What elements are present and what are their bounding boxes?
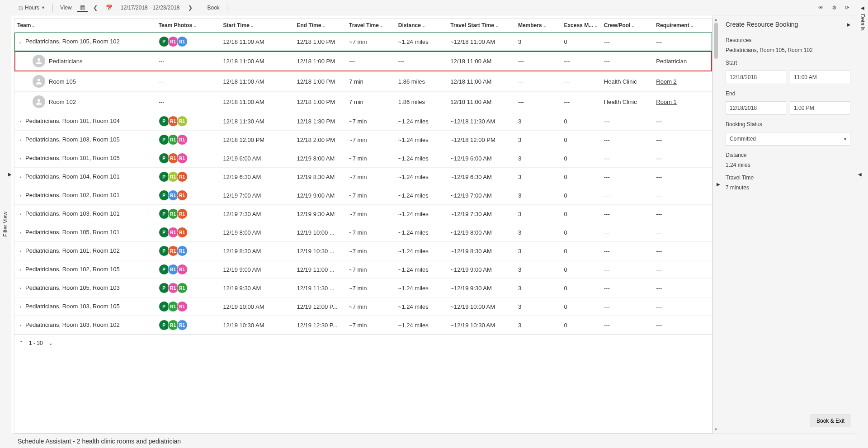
refresh-icon[interactable]: ⟳ xyxy=(842,4,852,12)
col-team[interactable]: Team⌄ xyxy=(14,19,156,33)
cell: 12/18 11:00 AM xyxy=(220,92,294,112)
table-row[interactable]: Pediatricians---12/18 11:00 AM12/18 1:00… xyxy=(14,51,712,71)
table-row[interactable]: Room 105---12/18 11:00 AM12/18 1:00 PM7 … xyxy=(14,71,712,92)
table-row[interactable]: ›Pediatricians, Room 103, Room 102PR1R11… xyxy=(14,316,712,335)
team-photos: PR1R1 xyxy=(159,116,186,127)
book-and-exit-button[interactable]: Book & Exit xyxy=(811,415,850,427)
requirement-link[interactable]: Pediatrician xyxy=(656,58,687,65)
table-row[interactable]: ›Pediatricians, Room 103, Room 105PR1R11… xyxy=(14,131,712,149)
cell: ~12/18 11:30 AM xyxy=(448,112,515,131)
col-start[interactable]: Start Time⌄ xyxy=(220,19,294,33)
next-week-button[interactable]: ❯ xyxy=(185,4,195,12)
expand-row-icon[interactable]: › xyxy=(17,248,24,255)
cell: --- xyxy=(601,168,654,186)
expand-row-icon[interactable]: › xyxy=(17,193,24,199)
table-row[interactable]: ›Pediatricians, Room 103, Room 101PR1R11… xyxy=(14,205,712,223)
table-row[interactable]: ›Pediatricians, Room 102, Room 101PR1R11… xyxy=(14,186,712,205)
team-photos: PR1R1 xyxy=(159,264,186,275)
expand-row-icon[interactable]: › xyxy=(17,304,24,310)
expand-row-icon[interactable]: › xyxy=(17,322,24,329)
col-members[interactable]: Members⌄ xyxy=(515,19,561,33)
cell: --- xyxy=(653,149,712,168)
table-row[interactable]: ›Pediatricians, Room 101, Room 102PR1R11… xyxy=(14,242,712,260)
col-requirement[interactable]: Requirement⌄ xyxy=(653,19,712,33)
cell: 12/19 8:00 AM xyxy=(294,149,347,168)
expand-row-icon[interactable]: › xyxy=(17,285,24,292)
cell: --- xyxy=(601,51,654,71)
col-travel[interactable]: Travel Time⌄ xyxy=(346,19,396,33)
cell: 0 xyxy=(561,279,601,297)
expand-row-icon[interactable]: › xyxy=(17,174,24,180)
cell: ~1.24 miles xyxy=(396,297,448,316)
cell: 12/18 1:00 PM xyxy=(294,71,347,92)
svg-point-2 xyxy=(38,99,40,102)
scroll-up-icon[interactable]: ▲ xyxy=(714,17,718,22)
side-panel-collapse-icon[interactable]: ▶ xyxy=(847,22,850,28)
table-row[interactable]: ⌄Pediatricians, Room 105, Room 102PR1R11… xyxy=(14,33,712,51)
table-row[interactable]: ›Pediatricians, Room 105, Room 103PR1R11… xyxy=(14,279,712,297)
scroll-down-icon[interactable]: ▼ xyxy=(714,427,718,432)
table-row[interactable]: ›Pediatricians, Room 105, Room 101PR1R11… xyxy=(14,223,712,242)
expand-row-icon[interactable]: › xyxy=(17,118,24,125)
table-row[interactable]: ›Pediatricians, Room 104, Room 101PR1R11… xyxy=(14,168,712,186)
filter-view-label[interactable]: Filter View xyxy=(2,212,9,237)
col-travelstart[interactable]: Travel Start Time⌄ xyxy=(448,19,515,33)
cell: 3 xyxy=(515,242,561,260)
expand-row-icon[interactable]: › xyxy=(17,156,24,162)
date-range[interactable]: 12/17/2018 - 12/23/2018 xyxy=(118,4,183,12)
cell: 3 xyxy=(515,168,561,186)
expand-row-icon[interactable]: › xyxy=(17,137,24,143)
col-end[interactable]: End Time⌄ xyxy=(294,19,347,33)
cell: 3 xyxy=(515,149,561,168)
start-time-field[interactable]: 11:00 AM xyxy=(790,71,850,84)
cell: ~12/19 8:30 AM xyxy=(448,242,515,260)
details-label[interactable]: Details xyxy=(859,14,866,31)
requirement-link[interactable]: Room 2 xyxy=(656,78,677,85)
start-date-field[interactable]: 12/18/2018 xyxy=(726,71,786,84)
cell: 7 min xyxy=(346,92,396,112)
table-row[interactable]: ›Pediatricians, Room 103, Room 105PR1R11… xyxy=(14,297,712,316)
requirement-link[interactable]: Room 1 xyxy=(656,99,677,105)
calendar-icon[interactable]: 📅 xyxy=(103,4,115,12)
table-row[interactable]: Room 102---12/18 11:00 AM12/18 1:00 PM7 … xyxy=(14,92,712,112)
cell: ~7 min xyxy=(346,242,396,260)
vertical-scrollbar[interactable]: ▲ ▼ xyxy=(712,15,719,434)
end-date-field[interactable]: 12/18/2018 xyxy=(726,101,786,115)
expand-row-icon[interactable]: › xyxy=(17,211,24,217)
expand-row-icon[interactable]: › xyxy=(17,230,24,236)
status-select[interactable]: Committed xyxy=(726,132,850,146)
table-row[interactable]: ›Pediatricians, Room 101, Room 104PR1R11… xyxy=(14,112,712,131)
cell: ~7 min xyxy=(346,149,396,168)
cell: 12/18 11:00 AM xyxy=(220,71,294,92)
cell: ~12/19 10:00 AM xyxy=(448,297,515,316)
cell: 12/19 10:30 ... xyxy=(294,242,347,260)
col-photos[interactable]: Team Photos⌄ xyxy=(156,19,221,33)
page-prev-button[interactable]: ⌃ xyxy=(19,340,24,346)
book-button[interactable]: Book xyxy=(205,4,222,12)
team-photos: PR1R1 xyxy=(159,283,186,293)
eye-icon[interactable]: 👁 xyxy=(816,4,826,12)
table-row[interactable]: ›Pediatricians, Room 101, Room 105PR1R11… xyxy=(14,149,712,168)
table-row[interactable]: ›Pediatricians, Room 102, Room 105PR1R11… xyxy=(14,260,712,279)
cell: 12/19 10:30 AM xyxy=(220,316,294,335)
col-excess[interactable]: Excess M...⌄ xyxy=(561,19,601,33)
right-rail-expand-icon[interactable]: ◀ xyxy=(861,5,864,10)
hours-dropdown[interactable]: ◷ Hours ▼ xyxy=(16,4,48,12)
col-crew[interactable]: Crew/Pool⌄ xyxy=(601,19,654,33)
end-label: End xyxy=(726,90,850,97)
cell: 12/19 9:30 AM xyxy=(294,205,347,223)
team-photos: PR1R1 xyxy=(159,227,186,238)
sort-icon: ⌄ xyxy=(32,24,35,28)
scroll-thumb[interactable] xyxy=(714,23,718,59)
photo-badge: R1 xyxy=(177,227,188,238)
gear-icon[interactable]: ⚙ xyxy=(829,4,840,12)
page-next-button[interactable]: ⌄ xyxy=(48,340,53,346)
expand-row-icon[interactable]: › xyxy=(17,267,24,273)
prev-week-button[interactable]: ❮ xyxy=(90,4,100,12)
grid-view-icon[interactable]: ▦ xyxy=(77,3,88,12)
side-collapse-arrow-icon[interactable]: ▶ xyxy=(717,182,720,187)
col-distance[interactable]: Distance⌄ xyxy=(396,19,448,33)
right-rail-mid-arrow-icon[interactable]: ◀ xyxy=(858,172,862,177)
expand-row-icon[interactable]: ⌄ xyxy=(17,39,24,45)
end-time-field[interactable]: 1:00 PM xyxy=(790,101,850,115)
